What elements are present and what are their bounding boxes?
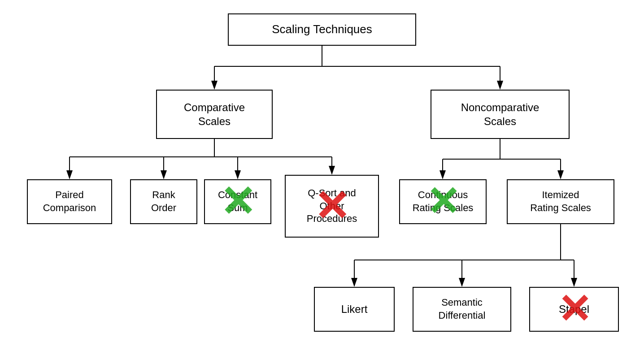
node-rank-order: RankOrder [130, 179, 197, 224]
node-noncomparative-scales: NoncomparativeScales [431, 90, 570, 139]
node-comparative-scales: ComparativeScales [156, 90, 273, 139]
node-continuous-rating: ContinuousRating Scales ✕ [399, 179, 487, 224]
node-q-sort: Q-Sort andOtherProcedures ✕ [285, 175, 379, 238]
node-itemized-rating: ItemizedRating Scales [507, 179, 614, 224]
node-scaling-techniques: Scaling Techniques [228, 13, 416, 46]
node-semantic-differential: SemanticDifferential [413, 287, 511, 332]
node-constant-sum: ConstantSum ✕ [204, 179, 271, 224]
node-paired-comparison: PairedComparison [27, 179, 112, 224]
diagram: Scaling Techniques ComparativeScales Non… [0, 0, 644, 355]
node-stapel: Stapel ✕ [529, 287, 619, 332]
node-likert: Likert [314, 287, 395, 332]
